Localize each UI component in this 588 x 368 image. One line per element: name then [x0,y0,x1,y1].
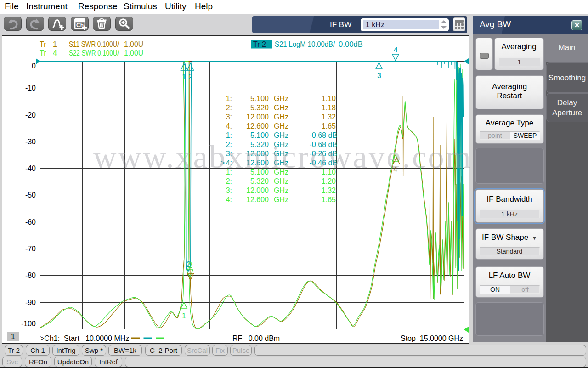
svg-text:2: 2 [188,261,192,269]
svg-text:>Ch1: Start 10.0000 MHz: >Ch1: Start 10.0000 MHz [40,334,129,342]
svg-text:GHz: GHz [274,177,288,185]
svg-text:-20: -20 [25,111,36,119]
svg-text:1.65: 1.65 [322,196,336,204]
svg-text:5.320: 5.320 [250,104,269,112]
svg-text:4:: 4: [226,196,232,204]
svg-text:1.32: 1.32 [322,113,336,121]
svg-text:GHz: GHz [274,95,288,102]
svg-text:2:: 2: [226,177,232,185]
svg-text:12.600: 12.600 [246,122,269,130]
svg-text:1.65: 1.65 [322,122,336,130]
svg-text:1:: 1: [226,95,232,102]
svg-text:-70: -70 [25,245,36,253]
svg-text:12.000: 12.000 [246,187,269,194]
svg-text:RF 0.00 dBm: RF 0.00 dBm [232,334,280,342]
svg-text:4:: 4: [226,122,232,130]
svg-text:-100: -100 [21,320,36,328]
svg-text:4: 4 [394,46,398,54]
svg-text:-30: -30 [25,138,36,146]
svg-text:2:: 2: [226,104,232,112]
svg-text:Tr 2: Tr 2 [253,40,266,48]
svg-text:GHz: GHz [274,196,288,204]
svg-text:3:: 3: [226,113,232,121]
svg-text:Tr4S22 SWR 0.100U/1.00U: Tr4S22 SWR 0.100U/1.00U [40,49,143,57]
svg-text:12.600: 12.600 [246,196,269,204]
svg-text:Stop 15.0000 GHz: Stop 15.0000 GHz [401,334,463,342]
svg-text:GHz: GHz [274,122,288,130]
svg-text:Tr1S11 SWR 0.100U/1.00U: Tr1S11 SWR 0.100U/1.00U [40,40,143,48]
svg-text:1.18: 1.18 [322,104,336,112]
svg-text:0: 0 [32,62,36,70]
svg-text:S21 LogM 10.00dB/0.00dB: S21 LogM 10.00dB/0.00dB [275,40,363,48]
svg-text:3:: 3: [226,187,232,194]
svg-text:GHz: GHz [274,104,288,112]
svg-text:1.10: 1.10 [322,95,336,102]
svg-text:1: 1 [182,312,186,320]
svg-text:GHz: GHz [274,113,288,121]
svg-text:1: 1 [182,73,186,81]
svg-text:-60: -60 [25,218,36,226]
svg-text:-40: -40 [25,164,36,172]
svg-text:5.100: 5.100 [250,131,269,139]
svg-text:GHz: GHz [274,131,288,139]
svg-text:-90: -90 [25,299,36,306]
svg-text:-80: -80 [25,272,36,279]
svg-text:5.320: 5.320 [250,177,269,185]
svg-text:3: 3 [377,72,381,79]
svg-text:12.000: 12.000 [246,113,269,121]
svg-text:1.32: 1.32 [322,187,336,194]
svg-text:1:: 1: [226,131,232,139]
svg-text:-50: -50 [25,191,36,199]
svg-text:5.100: 5.100 [250,95,269,102]
svg-text:-10: -10 [25,84,36,92]
svg-text:1.20: 1.20 [322,177,336,185]
svg-text:2: 2 [188,73,192,81]
svg-text:GHz: GHz [274,187,288,194]
svg-text:-0.68 dB: -0.68 dB [310,131,337,139]
